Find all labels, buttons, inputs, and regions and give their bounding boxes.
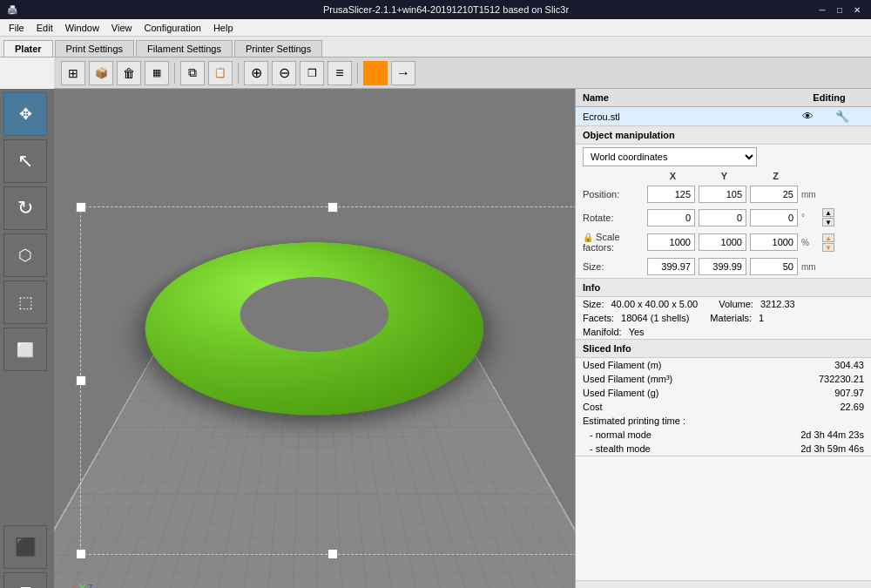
left-toolbar: ✥ ↖ ↻ ⬡ ⬚ ⬜ ⬛ ≣ bbox=[0, 89, 54, 588]
stealth-mode-value: 2d 3h 59m 46s bbox=[800, 443, 864, 454]
layers-view-button[interactable]: ≣ bbox=[3, 572, 47, 588]
minimize-button[interactable]: ─ bbox=[815, 3, 829, 17]
filament-m-value: 304.43 bbox=[834, 360, 864, 370]
position-row: Position: mm bbox=[576, 183, 871, 206]
menu-edit[interactable]: Edit bbox=[31, 22, 58, 34]
info-size-row: Size: 40.00 x 40.00 x 5.00 Volume: 3212.… bbox=[576, 297, 871, 311]
delete-icon: 🗑 bbox=[123, 66, 135, 80]
add-part-button[interactable]: 📦 bbox=[89, 61, 113, 85]
sliced-info-section: Sliced Info Used Filament (m) 304.43 Use… bbox=[576, 340, 871, 456]
add-object-icon: ⊞ bbox=[68, 66, 78, 80]
rotate-y-input[interactable] bbox=[699, 209, 746, 226]
info-materials-label: Materials: bbox=[710, 313, 752, 323]
copy-button[interactable]: ⧉ bbox=[180, 61, 205, 85]
delete-button[interactable]: 🗑 bbox=[117, 61, 141, 85]
coordinate-system-row: World coordinates Local coordinates bbox=[576, 145, 871, 169]
rotate-label: Rotate: bbox=[583, 213, 644, 223]
scale-tool-button[interactable]: ⬡ bbox=[3, 233, 47, 277]
filament-g-value: 907.97 bbox=[834, 388, 864, 398]
size-y-input[interactable] bbox=[699, 258, 746, 275]
cost-row: Cost 22.69 bbox=[576, 400, 871, 414]
paste-button[interactable]: 📋 bbox=[208, 61, 233, 85]
estimated-printing-row: Estimated printing time : bbox=[576, 414, 871, 428]
name-column-header: Name bbox=[583, 92, 794, 103]
cut-tool-button[interactable]: ⬜ bbox=[3, 328, 47, 371]
perspective-icon: ⬛ bbox=[15, 537, 37, 558]
plus-icon: ⊕ bbox=[251, 64, 262, 81]
rotate-down-button[interactable]: ▼ bbox=[822, 218, 834, 226]
maximize-button[interactable]: □ bbox=[833, 3, 847, 17]
layers-view-icon: ≣ bbox=[19, 585, 32, 588]
size-label: Size: bbox=[583, 261, 644, 272]
back-button[interactable]: ← bbox=[363, 61, 388, 85]
position-z-input[interactable] bbox=[750, 186, 798, 203]
window-controls: ─ □ ✕ bbox=[815, 3, 864, 17]
rotate-x-input[interactable] bbox=[647, 209, 695, 226]
tab-printer-settings[interactable]: Printer Settings bbox=[234, 40, 322, 57]
rotate-unit: ° bbox=[801, 213, 819, 222]
scale-down-button[interactable]: ▼ bbox=[822, 243, 834, 252]
editing-column-header: Editing bbox=[794, 92, 864, 103]
main-layout: ✥ ↖ ↻ ⬡ ⬚ ⬜ ⬛ ≣ bbox=[0, 89, 871, 588]
scale-icon: ⬡ bbox=[18, 246, 32, 265]
instances-button[interactable]: ▦ bbox=[145, 61, 169, 85]
copy2-icon: ❒ bbox=[307, 67, 317, 79]
layers-button[interactable]: ≡ bbox=[327, 61, 352, 85]
add-object-button[interactable]: ⊞ bbox=[61, 61, 85, 85]
add-part-icon: 📦 bbox=[95, 67, 108, 79]
menu-help[interactable]: Help bbox=[208, 22, 239, 34]
object-list-item[interactable]: Ecrou.stl 👁 🔧 bbox=[576, 107, 871, 126]
scale-unit: % bbox=[801, 238, 819, 247]
toolbar-separator-3 bbox=[357, 63, 358, 84]
scale-up-button[interactable]: ▲ bbox=[822, 233, 834, 242]
rotate-z-input[interactable] bbox=[750, 209, 798, 226]
select-tool-button[interactable]: ↖ bbox=[3, 139, 47, 183]
scale-x-input[interactable] bbox=[647, 233, 695, 251]
position-x-input[interactable] bbox=[647, 186, 695, 203]
menu-file[interactable]: File bbox=[3, 22, 30, 34]
minus-button[interactable]: ⊖ bbox=[272, 61, 296, 85]
filament-m-label: Used Filament (m) bbox=[583, 360, 827, 370]
filament-mm3-row: Used Filament (mm³) 732230.21 bbox=[576, 372, 871, 386]
filament-mm3-label: Used Filament (mm³) bbox=[583, 374, 812, 384]
tab-plater[interactable]: Plater bbox=[3, 40, 53, 57]
rotate-tool-button[interactable]: ↻ bbox=[3, 186, 47, 230]
move-icon: ✥ bbox=[19, 105, 32, 124]
tab-bar: Plater Print Settings Filament Settings … bbox=[0, 37, 871, 57]
visibility-icon[interactable]: 👁 bbox=[794, 110, 820, 123]
select-icon: ↖ bbox=[17, 150, 33, 172]
perspective-button[interactable]: ⬛ bbox=[3, 525, 47, 569]
back-arrow-icon: ← bbox=[366, 62, 385, 84]
tab-print-settings[interactable]: Print Settings bbox=[55, 40, 134, 57]
info-manifold-label: Manifold: bbox=[583, 327, 622, 337]
estimated-printing-label: Estimated printing time : bbox=[583, 416, 685, 426]
minus-icon: ⊖ bbox=[279, 64, 290, 81]
x-header: X bbox=[649, 171, 697, 181]
corner-handle-ml bbox=[76, 375, 86, 386]
position-y-input[interactable] bbox=[699, 186, 746, 203]
scale-y-input[interactable] bbox=[699, 233, 746, 251]
title-bar: 🖨️ PrusaSlicer-2.1.1+win64-20191210T1512… bbox=[0, 0, 871, 19]
viewport[interactable]: X Y Z bbox=[54, 89, 575, 588]
toolbar-separator-1 bbox=[174, 63, 175, 84]
menu-view[interactable]: View bbox=[106, 22, 138, 34]
editing-icon[interactable]: 🔧 bbox=[820, 110, 864, 123]
corner-handle-tl bbox=[76, 202, 86, 213]
menu-window[interactable]: Window bbox=[60, 22, 105, 34]
menu-configuration[interactable]: Configuration bbox=[138, 22, 206, 34]
size-z-input[interactable] bbox=[750, 258, 798, 275]
scale-arrows: ▲ ▼ bbox=[822, 233, 834, 252]
rotate-up-button[interactable]: ▲ bbox=[822, 208, 834, 217]
forward-button[interactable]: → bbox=[391, 61, 415, 85]
export-section: Export G-code bbox=[576, 580, 871, 588]
scale-z-input[interactable] bbox=[750, 233, 798, 251]
tab-filament-settings[interactable]: Filament Settings bbox=[136, 40, 233, 57]
position-unit: mm bbox=[801, 190, 819, 199]
copy2-button[interactable]: ❒ bbox=[300, 61, 324, 85]
plus-button[interactable]: ⊕ bbox=[244, 61, 268, 85]
size-x-input[interactable] bbox=[647, 258, 695, 275]
coordinate-system-dropdown[interactable]: World coordinates Local coordinates bbox=[583, 147, 757, 166]
close-button[interactable]: ✕ bbox=[850, 3, 864, 17]
move-tool-button[interactable]: ✥ bbox=[3, 92, 47, 136]
place-tool-button[interactable]: ⬚ bbox=[3, 280, 47, 324]
